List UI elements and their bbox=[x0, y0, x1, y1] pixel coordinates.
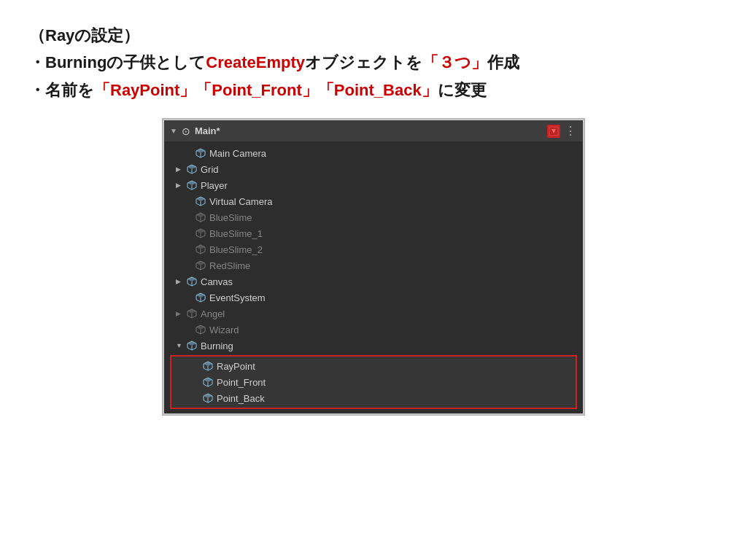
cube-icon bbox=[202, 360, 214, 372]
expand-arrow[interactable]: ▶ bbox=[176, 166, 185, 173]
item-label: RayPoint bbox=[217, 361, 255, 372]
instruction-title: （Rayの設定） bbox=[29, 22, 718, 49]
svg-marker-14 bbox=[196, 197, 205, 201]
svg-marker-38 bbox=[196, 325, 205, 330]
item-label: Wizard bbox=[209, 324, 239, 335]
item-label: Player bbox=[201, 180, 228, 191]
item-label: BlueSlime bbox=[209, 212, 252, 223]
item-label: Point_Front bbox=[217, 377, 266, 388]
hierarchy-item-blueslime[interactable]: ▶ BlueSlime bbox=[164, 209, 583, 225]
svg-marker-5 bbox=[196, 149, 205, 153]
svg-marker-32 bbox=[196, 293, 205, 298]
error-badge bbox=[547, 125, 560, 138]
item-label: Virtual Camera bbox=[209, 196, 272, 207]
expand-arrow[interactable]: ▶ bbox=[176, 310, 185, 317]
hierarchy-item-virtual-camera[interactable]: ▶ Virtual Camera bbox=[164, 193, 583, 209]
cube-icon bbox=[195, 211, 206, 223]
item-label: Canvas bbox=[201, 276, 233, 287]
cube-icon bbox=[195, 324, 206, 335]
cube-icon bbox=[195, 260, 206, 271]
item-label: BlueSlime_1 bbox=[209, 228, 263, 239]
svg-marker-23 bbox=[196, 245, 205, 249]
header-left: ▼ ⊙ Main* bbox=[170, 125, 220, 137]
instructions-block: （Rayの設定） ・Burningの子供としてCreateEmptyオブジェクト… bbox=[29, 22, 718, 104]
cube-icon bbox=[195, 228, 206, 239]
svg-marker-50 bbox=[204, 394, 212, 398]
svg-point-3 bbox=[553, 128, 554, 130]
hierarchy-item-canvas[interactable]: ▶ Canvas bbox=[164, 273, 583, 289]
cube-icon bbox=[195, 195, 206, 207]
hierarchy-item-point-back[interactable]: ▶ Point_Back bbox=[171, 390, 576, 406]
header-arrow: ▼ bbox=[170, 127, 177, 135]
three-dots-menu[interactable]: ⋮ bbox=[565, 124, 577, 138]
cube-icon bbox=[202, 376, 214, 388]
item-label: Grid bbox=[201, 164, 219, 175]
cube-icon bbox=[186, 308, 198, 319]
svg-marker-35 bbox=[187, 309, 196, 314]
cube-icon bbox=[195, 147, 206, 159]
highlighted-child-group: ▶ RayPoint ▶ Point_Front ▶ bbox=[170, 355, 577, 409]
cube-icon bbox=[186, 163, 198, 175]
cube-icon bbox=[186, 276, 198, 287]
item-label: Point_Back bbox=[217, 393, 265, 404]
svg-marker-29 bbox=[187, 277, 196, 281]
hierarchy-item-angel[interactable]: ▶ Angel bbox=[164, 306, 583, 322]
svg-marker-20 bbox=[196, 229, 205, 233]
hierarchy-item-blueslime2[interactable]: ▶ BlueSlime_2 bbox=[164, 241, 583, 257]
unity-panel-header: ▼ ⊙ Main* ⋮ bbox=[164, 120, 583, 142]
cube-icon bbox=[186, 179, 198, 191]
unity-hierarchy-panel: ▼ ⊙ Main* ⋮ bbox=[164, 120, 583, 413]
hierarchy-item-burning[interactable]: ▼ Burning bbox=[164, 338, 583, 354]
cube-icon bbox=[202, 392, 214, 404]
expand-arrow[interactable]: ▶ bbox=[176, 182, 185, 189]
cube-icon bbox=[186, 340, 198, 351]
item-label: Main Camera bbox=[209, 148, 266, 159]
unity-hierarchy-list: ▶ Main Camera ▶ Grid ▶ bbox=[164, 142, 583, 413]
hierarchy-item-blueslime1[interactable]: ▶ BlueSlime_1 bbox=[164, 225, 583, 241]
cube-icon bbox=[195, 244, 206, 255]
hierarchy-item-main-camera[interactable]: ▶ Main Camera bbox=[164, 145, 583, 161]
item-label: Burning bbox=[201, 341, 233, 351]
svg-marker-47 bbox=[204, 378, 212, 382]
hierarchy-item-redslime[interactable]: ▶ RedSlime bbox=[164, 257, 583, 273]
svg-marker-11 bbox=[187, 181, 196, 185]
unity-icon: ⊙ bbox=[182, 125, 190, 137]
item-label: EventSystem bbox=[209, 292, 266, 303]
hierarchy-item-point-front[interactable]: ▶ Point_Front bbox=[171, 374, 576, 390]
panel-title: Main* bbox=[195, 125, 220, 136]
hierarchy-item-player[interactable]: ▶ Player bbox=[164, 177, 583, 193]
svg-marker-44 bbox=[204, 362, 212, 366]
cube-icon bbox=[195, 292, 206, 303]
svg-marker-8 bbox=[187, 165, 196, 169]
svg-marker-26 bbox=[196, 261, 205, 265]
item-label: BlueSlime_2 bbox=[209, 244, 263, 255]
item-label: RedSlime bbox=[209, 260, 250, 271]
header-right: ⋮ bbox=[547, 124, 577, 138]
item-label: Angel bbox=[201, 308, 225, 319]
hierarchy-item-grid[interactable]: ▶ Grid bbox=[164, 161, 583, 177]
instruction-line1: ・Burningの子供としてCreateEmptyオブジェクトを「３つ」作成 bbox=[29, 49, 718, 76]
hierarchy-item-wizard[interactable]: ▶ Wizard bbox=[164, 322, 583, 338]
hierarchy-item-raypoint[interactable]: ▶ RayPoint bbox=[171, 358, 576, 374]
expand-arrow[interactable]: ▶ bbox=[176, 278, 185, 285]
svg-marker-41 bbox=[187, 341, 196, 346]
unity-panel-wrapper: ▼ ⊙ Main* ⋮ bbox=[162, 118, 585, 416]
hierarchy-item-eventsystem[interactable]: ▶ EventSystem bbox=[164, 289, 583, 306]
expand-arrow[interactable]: ▼ bbox=[176, 342, 185, 349]
svg-marker-17 bbox=[196, 213, 205, 217]
instruction-line2: ・名前を「RayPoint」「Point_Front」「Point_Back」に… bbox=[29, 77, 718, 104]
